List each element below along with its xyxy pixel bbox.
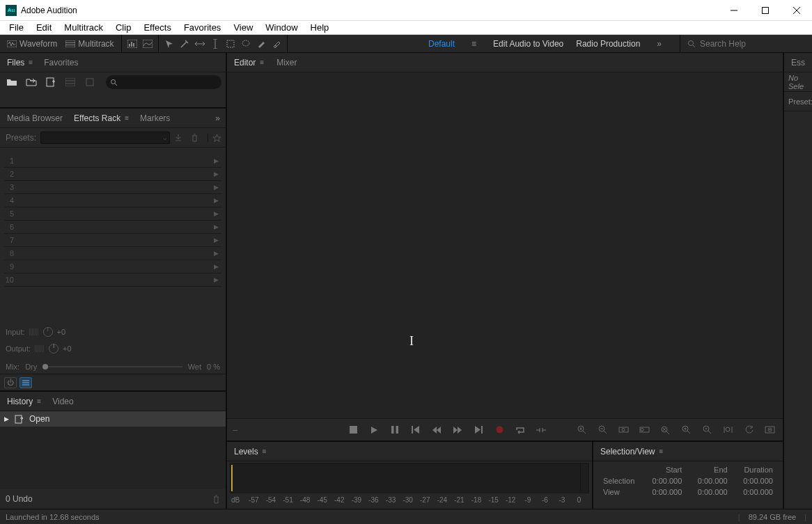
zoom-3-icon[interactable] [657, 422, 673, 438]
tab-menu-icon[interactable]: ≡ [125, 114, 129, 122]
delete-preset-icon[interactable] [191, 134, 203, 142]
fast-forward-button[interactable] [450, 422, 465, 438]
mix-slider[interactable] [42, 366, 182, 367]
menu-edit[interactable]: Edit [30, 21, 58, 34]
tab-history[interactable]: History≡ [6, 394, 42, 409]
workspace-overflow-icon[interactable]: » [653, 39, 666, 49]
menu-effects[interactable]: Effects [137, 21, 178, 34]
skip-selection-button[interactable] [533, 422, 549, 438]
zoom-out-amplitude-icon[interactable] [595, 422, 610, 438]
presets-dropdown[interactable]: ⌵ [40, 132, 170, 144]
multitrack-view-button[interactable]: Multitrack [61, 38, 118, 50]
search-help-input[interactable] [700, 39, 783, 49]
tab-mixer[interactable]: Mixer [275, 55, 298, 70]
brush-tool-icon[interactable] [253, 37, 269, 51]
view-end[interactable]: 0:00.000 [686, 486, 731, 498]
output-knob[interactable] [49, 344, 58, 354]
search-help[interactable] [680, 35, 812, 52]
tab-effects-rack[interactable]: Effects Rack≡ [72, 111, 130, 126]
play-button[interactable] [366, 422, 382, 438]
slip-tool-icon[interactable] [192, 37, 208, 51]
files-search[interactable] [106, 75, 221, 89]
zoom-in-amplitude-icon[interactable] [574, 422, 589, 438]
fx-slot[interactable]: 8▶ [4, 247, 221, 260]
go-to-start-button[interactable] [408, 422, 423, 438]
workspace-radio-production[interactable]: Radio Production [576, 39, 640, 49]
close-file-icon[interactable] [82, 74, 97, 90]
workspace-default[interactable]: Default [428, 39, 455, 49]
zoom-1-icon[interactable] [616, 422, 631, 438]
show-spectral-frequency-icon[interactable] [125, 37, 140, 51]
maximize-button[interactable] [749, 0, 781, 20]
fx-power-button[interactable]: ⏻ [4, 377, 17, 388]
tab-menu-icon[interactable]: ≡ [659, 447, 664, 455]
tab-menu-icon[interactable]: ≡ [260, 58, 264, 66]
files-search-input[interactable] [120, 77, 217, 88]
new-file-icon[interactable] [43, 74, 58, 90]
open-file-icon[interactable] [4, 74, 19, 90]
tab-files[interactable]: Files≡ [6, 55, 34, 70]
workspace-edit-audio-to-video[interactable]: Edit Audio to Video [493, 39, 563, 49]
zoom-in-time-icon[interactable] [678, 422, 694, 438]
fx-slot[interactable]: 4▶ [4, 194, 221, 207]
zoom-out-time-icon[interactable] [699, 422, 715, 438]
tab-favorites[interactable]: Favorites [42, 55, 79, 70]
history-item[interactable]: ▶ Open [0, 411, 226, 427]
heal-tool-icon[interactable] [269, 37, 284, 51]
fx-slot[interactable]: 3▶ [4, 181, 221, 194]
go-to-end-button[interactable] [471, 422, 486, 438]
tab-editor[interactable]: Editor≡ [233, 55, 265, 70]
stop-button[interactable] [345, 422, 361, 438]
tab-menu-icon[interactable]: ≡ [263, 447, 267, 455]
insert-into-multitrack-icon[interactable] [63, 74, 78, 90]
trash-icon[interactable] [212, 495, 220, 504]
menu-help[interactable]: Help [304, 21, 336, 34]
tab-essential-sound[interactable]: Ess [787, 54, 809, 72]
menu-favorites[interactable]: Favorites [178, 21, 227, 34]
loop-button[interactable] [513, 422, 528, 438]
marquee-tool-icon[interactable] [223, 37, 238, 51]
move-tool-icon[interactable] [162, 37, 177, 51]
fx-list-button[interactable] [19, 377, 32, 388]
tab-video[interactable]: Video [51, 394, 75, 409]
waveform-view-button[interactable]: Waveform [3, 38, 61, 50]
tab-selection-view[interactable]: Selection/View≡ [599, 444, 664, 459]
fx-slot[interactable]: 6▶ [4, 221, 221, 234]
tab-menu-icon[interactable]: ≡ [37, 397, 41, 405]
fx-slot[interactable]: 10▶ [4, 273, 221, 287]
close-button[interactable] [781, 0, 812, 20]
fx-slot[interactable]: 9▶ [4, 260, 221, 273]
workspace-default-menu-icon[interactable]: ≡ [467, 39, 481, 49]
menu-view[interactable]: View [227, 21, 259, 34]
zoom-selection-icon[interactable] [720, 422, 735, 438]
panel-overflow-icon[interactable]: » [215, 113, 220, 123]
tab-menu-icon[interactable]: ≡ [29, 58, 33, 66]
pause-button[interactable] [387, 422, 403, 438]
menu-window[interactable]: Window [259, 21, 304, 34]
zoom-out-full-icon[interactable] [762, 422, 777, 438]
favorite-icon[interactable] [208, 134, 220, 142]
show-spectral-pitch-icon[interactable] [140, 37, 155, 51]
record-button[interactable] [492, 422, 507, 438]
tab-levels[interactable]: Levels≡ [233, 444, 268, 459]
selection-start[interactable]: 0:00.000 [641, 475, 686, 486]
selection-end[interactable]: 0:00.000 [686, 475, 731, 486]
input-knob[interactable] [43, 327, 53, 337]
menu-multitrack[interactable]: Multitrack [58, 21, 109, 34]
zoom-2-icon[interactable] [637, 422, 652, 438]
fx-slot[interactable]: 2▶ [4, 168, 221, 181]
level-meter[interactable] [230, 463, 589, 493]
view-start[interactable]: 0:00.000 [641, 486, 686, 498]
time-selection-tool-icon[interactable] [208, 37, 223, 51]
selection-duration[interactable]: 0:00.000 [732, 475, 777, 486]
view-duration[interactable]: 0:00.000 [732, 486, 777, 498]
menu-clip[interactable]: Clip [109, 21, 137, 34]
fx-slot[interactable]: 7▶ [4, 234, 221, 247]
save-preset-icon[interactable] [174, 134, 187, 142]
rewind-button[interactable] [429, 422, 444, 438]
fx-slot[interactable]: 1▶ [4, 154, 221, 168]
zoom-reset-icon[interactable] [741, 422, 756, 438]
lasso-tool-icon[interactable] [238, 37, 253, 51]
import-file-icon[interactable] [24, 74, 39, 90]
tab-media-browser[interactable]: Media Browser [6, 111, 64, 126]
